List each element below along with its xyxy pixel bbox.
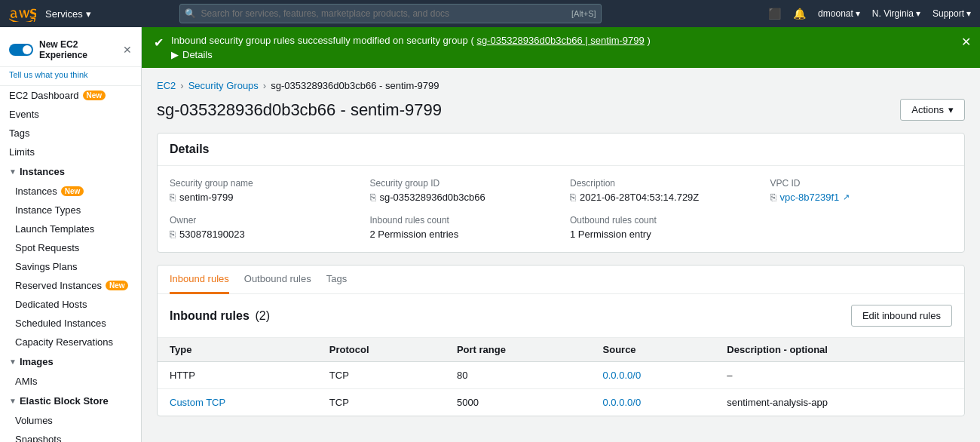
copy-icon[interactable]: ⎘ — [370, 192, 376, 203]
detail-inbound-count-value: 2 Permission entries — [370, 229, 553, 240]
ebs-chevron-icon: ▼ — [9, 397, 17, 405]
copy-icon[interactable]: ⎘ — [170, 229, 176, 240]
banner-message-end: ) — [647, 35, 650, 46]
rules-header: Inbound rules (2) Edit inbound rules — [158, 294, 964, 338]
sidebar-item-dedicated-hosts[interactable]: Dedicated Hosts — [0, 295, 141, 314]
reserved-badge: New — [106, 281, 129, 290]
tab-inbound-rules[interactable]: Inbound rules — [170, 266, 229, 294]
col-type: Type — [158, 338, 317, 362]
copy-icon[interactable]: ⎘ — [770, 192, 776, 203]
banner-link[interactable]: sg-035328936d0b3cb66 | sentim-9799 — [476, 35, 644, 46]
inbound-rules-content: Inbound rules (2) Edit inbound rules Typ… — [158, 294, 964, 416]
sidebar-section-images[interactable]: ▼ Images — [0, 351, 141, 372]
sidebar-section-ebs[interactable]: ▼ Elastic Block Store — [0, 391, 141, 411]
terminal-icon[interactable]: ⬛ — [768, 8, 781, 20]
search-icon: 🔍 — [185, 8, 196, 19]
sidebar-item-limits[interactable]: Limits — [0, 143, 141, 161]
sidebar-item-instance-types[interactable]: Instance Types — [0, 201, 141, 219]
table-header-row: Type Protocol Port range Source Descript… — [158, 338, 964, 362]
support-chevron-icon: ▾ — [966, 8, 971, 19]
detail-vpc-id-label: VPC ID — [770, 178, 953, 189]
top-nav: Services ▾ 🔍 [Alt+S] ⬛ 🔔 dmoonat ▾ N. Vi… — [0, 0, 980, 27]
breadcrumb-security-groups[interactable]: Security Groups — [188, 80, 259, 91]
sidebar-tell-link[interactable]: Tell us what you think — [0, 70, 141, 86]
tab-tags[interactable]: Tags — [326, 266, 347, 294]
source-link[interactable]: 0.0.0.0/0 — [603, 397, 642, 408]
sidebar-item-dashboard[interactable]: EC2 Dashboard New — [0, 86, 141, 105]
services-menu[interactable]: Services ▾ — [45, 8, 91, 20]
sidebar-item-spot-requests[interactable]: Spot Requests — [0, 238, 141, 257]
sidebar-close-icon[interactable]: ✕ — [123, 44, 132, 56]
sidebar-item-launch-templates[interactable]: Launch Templates — [0, 219, 141, 238]
copy-icon[interactable]: ⎘ — [570, 192, 576, 203]
vpc-id-link[interactable]: vpc-8b7239f1 — [780, 192, 840, 203]
ebs-section-label: Elastic Block Store — [20, 395, 109, 407]
details-label: Details — [182, 49, 213, 60]
inbound-count-text: 2 Permission entries — [370, 229, 459, 240]
detail-sg-id-value: ⎘ sg-035328936d0b3cb66 — [370, 192, 553, 203]
support-menu[interactable]: Support ▾ — [933, 8, 971, 19]
sidebar-item-savings-plans[interactable]: Savings Plans — [0, 257, 141, 276]
sidebar-item-label: Savings Plans — [15, 261, 77, 272]
instances-section-label: Instances — [20, 166, 65, 177]
sidebar-item-label: AMIs — [15, 376, 38, 387]
region-menu[interactable]: N. Virginia ▾ — [872, 8, 920, 19]
sidebar-item-snapshots[interactable]: Snapshots — [0, 430, 141, 442]
breadcrumb-ec2[interactable]: EC2 — [157, 80, 176, 91]
nav-right: ⬛ 🔔 dmoonat ▾ N. Virginia ▾ Support ▾ — [768, 8, 971, 20]
banner-close-icon[interactable]: ✕ — [961, 35, 971, 49]
banner-details[interactable]: ▶ Details — [171, 49, 968, 60]
cell-port-range: 80 — [445, 362, 591, 389]
detail-inbound-count: Inbound rules count 2 Permission entries — [370, 215, 553, 240]
copy-icon[interactable]: ⎘ — [170, 192, 176, 203]
detail-sg-name-value: ⎘ sentim-9799 — [170, 192, 352, 203]
aws-logo[interactable] — [9, 5, 36, 22]
sidebar-item-instances[interactable]: Instances New — [0, 182, 141, 201]
sidebar-section-instances[interactable]: ▼ Instances — [0, 161, 141, 182]
cell-protocol: TCP — [317, 389, 445, 416]
user-chevron-icon: ▾ — [856, 8, 860, 19]
actions-button[interactable]: Actions ▾ — [900, 99, 965, 121]
inbound-rules-table: Type Protocol Port range Source Descript… — [158, 338, 964, 416]
source-link[interactable]: 0.0.0.0/0 — [603, 370, 642, 381]
cell-type: HTTP — [158, 362, 317, 389]
type-link[interactable]: Custom TCP — [170, 397, 225, 408]
banner-text: Inbound security group rules successfull… — [171, 35, 968, 60]
detail-description-value: ⎘ 2021-06-28T04:53:14.729Z — [570, 192, 752, 203]
detail-description-label: Description — [570, 178, 752, 189]
edit-inbound-rules-button[interactable]: Edit inbound rules — [851, 305, 952, 327]
new-experience-toggle[interactable] — [9, 44, 33, 56]
breadcrumb-sep-2: › — [263, 80, 266, 91]
sidebar-item-amis[interactable]: AMIs — [0, 372, 141, 391]
images-chevron-icon: ▼ — [9, 358, 17, 366]
detail-outbound-count: Outbound rules count 1 Permission entry — [570, 215, 752, 240]
user-menu[interactable]: dmoonat ▾ — [818, 8, 860, 19]
detail-sg-name-label: Security group name — [170, 178, 352, 189]
table-row: HTTP TCP 80 0.0.0.0/0 – — [158, 362, 964, 389]
sg-id-text: sg-035328936d0b3cb66 — [380, 192, 485, 203]
sidebar-item-label: Tags — [9, 127, 29, 139]
search-input[interactable] — [179, 4, 602, 23]
sidebar-item-volumes[interactable]: Volumes — [0, 411, 141, 430]
details-grid: Security group name ⎘ sentim-9799 Securi… — [170, 178, 952, 240]
detail-description: Description ⎘ 2021-06-28T04:53:14.729Z — [570, 178, 752, 203]
sidebar-item-reserved-instances[interactable]: Reserved Instances New — [0, 276, 141, 295]
table-row: Custom TCP TCP 5000 0.0.0.0/0 sentiment-… — [158, 389, 964, 416]
sidebar-item-label: Instances — [15, 186, 57, 197]
sidebar-item-capacity-reservations[interactable]: Capacity Reservations — [0, 333, 141, 351]
description-text: 2021-06-28T04:53:14.729Z — [580, 192, 699, 203]
cell-port-range: 5000 — [445, 389, 591, 416]
sidebar-item-scheduled-instances[interactable]: Scheduled Instances — [0, 314, 141, 333]
bell-icon[interactable]: 🔔 — [793, 8, 806, 20]
cell-source: 0.0.0.0/0 — [591, 362, 715, 389]
tabs-bar: Inbound rules Outbound rules Tags — [158, 266, 964, 294]
actions-chevron-icon: ▾ — [948, 104, 954, 115]
sidebar-toggle-label: New EC2 Experience — [39, 39, 117, 60]
banner-message: Inbound security group rules successfull… — [171, 35, 474, 46]
sidebar-item-tags[interactable]: Tags — [0, 124, 141, 143]
instances-chevron-icon: ▼ — [9, 167, 17, 176]
sidebar-item-label: Capacity Reservations — [15, 336, 113, 348]
sidebar-item-events[interactable]: Events — [0, 105, 141, 124]
tab-outbound-rules[interactable]: Outbound rules — [244, 266, 311, 294]
detail-outbound-count-label: Outbound rules count — [570, 215, 752, 226]
